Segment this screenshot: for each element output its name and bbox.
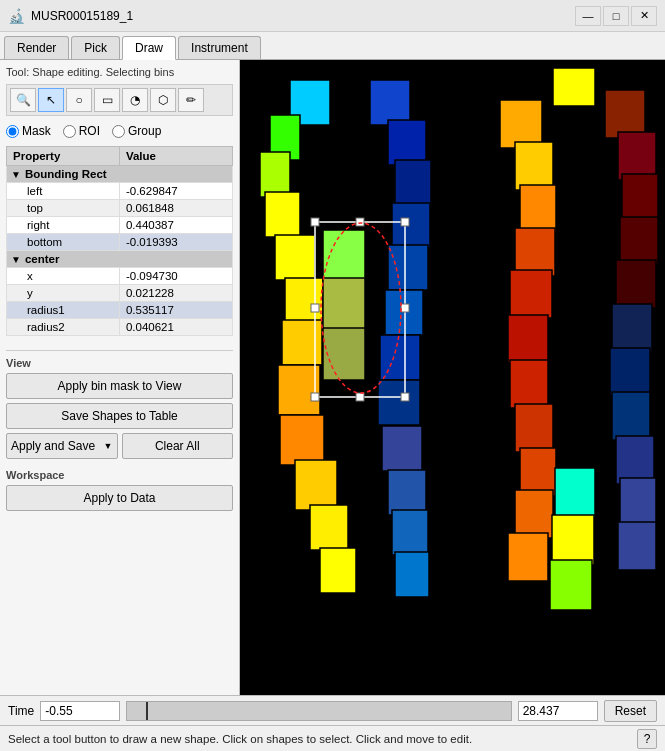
apply-save-button[interactable]: Apply and Save ▼ (6, 433, 118, 459)
window-controls: — □ ✕ (575, 6, 657, 26)
prop-x: x (7, 268, 120, 285)
table-row: y 0.021228 (7, 285, 233, 302)
bounding-rect-label: Bounding Rect (25, 168, 107, 180)
pencil-tool-button[interactable]: ✏ (178, 88, 204, 112)
center-label: center (25, 253, 60, 265)
visualization-canvas (240, 60, 665, 695)
val-y: 0.021228 (119, 285, 232, 302)
left-panel: Tool: Shape editing. Selecting bins 🔍 ↖ … (0, 60, 240, 695)
tab-pick[interactable]: Pick (71, 36, 120, 59)
prop-bottom: bottom (7, 234, 120, 251)
time-label: Time (8, 704, 34, 718)
roi-radio-label[interactable]: ROI (63, 124, 100, 138)
time-input-right[interactable] (518, 701, 598, 721)
time-slider[interactable] (126, 701, 511, 721)
magnifier-tool-button[interactable]: 🔍 (10, 88, 36, 112)
workspace-label: Workspace (6, 469, 233, 481)
prop-right: right (7, 217, 120, 234)
app-icon: 🔬 (8, 8, 25, 24)
group-radio[interactable] (112, 125, 125, 138)
table-row: x -0.094730 (7, 268, 233, 285)
mask-label: Mask (22, 124, 51, 138)
mode-radio-group: Mask ROI Group (6, 124, 233, 138)
clear-all-button[interactable]: Clear All (122, 433, 234, 459)
maximize-button[interactable]: □ (603, 6, 629, 26)
val-right: 0.440387 (119, 217, 232, 234)
val-x: -0.094730 (119, 268, 232, 285)
window-title: MUSR00015189_1 (31, 9, 575, 23)
prop-radius2: radius2 (7, 319, 120, 336)
group-radio-label[interactable]: Group (112, 124, 161, 138)
bounding-rect-header: ▼Bounding Rect (7, 166, 233, 183)
tool-label: Tool: Shape editing. Selecting bins (6, 66, 233, 78)
prop-top: top (7, 200, 120, 217)
status-bar: Select a tool button to draw a new shape… (0, 725, 665, 751)
apply-data-button[interactable]: Apply to Data (6, 485, 233, 511)
roi-label: ROI (79, 124, 100, 138)
center-header: ▼center (7, 251, 233, 268)
right-panel (240, 60, 665, 695)
status-text: Select a tool button to draw a new shape… (8, 733, 472, 745)
apply-bin-mask-button[interactable]: Apply bin mask to View (6, 373, 233, 399)
table-row: top 0.061848 (7, 200, 233, 217)
time-input-left[interactable] (40, 701, 120, 721)
poly-tool-button[interactable]: ⬡ (150, 88, 176, 112)
pointer-tool-button[interactable]: ↖ (38, 88, 64, 112)
col-value: Value (119, 147, 232, 166)
title-bar: 🔬 MUSR00015189_1 — □ ✕ (0, 0, 665, 32)
table-row: left -0.629847 (7, 183, 233, 200)
tab-draw[interactable]: Draw (122, 36, 176, 60)
close-button[interactable]: ✕ (631, 6, 657, 26)
table-row: right 0.440387 (7, 217, 233, 234)
help-button[interactable]: ? (637, 729, 657, 749)
col-property: Property (7, 147, 120, 166)
dropdown-arrow-icon: ▼ (104, 441, 113, 451)
mask-radio-label[interactable]: Mask (6, 124, 51, 138)
tab-instrument[interactable]: Instrument (178, 36, 261, 59)
val-left: -0.629847 (119, 183, 232, 200)
apply-save-label: Apply and Save (11, 439, 95, 453)
val-radius1: 0.535117 (119, 302, 232, 319)
toolbar: 🔍 ↖ ○ ▭ ◔ ⬡ ✏ (6, 84, 233, 116)
save-shapes-button[interactable]: Save Shapes to Table (6, 403, 233, 429)
view-section-label: View (6, 350, 233, 369)
prop-radius1: radius1 (7, 302, 120, 319)
group-label: Group (128, 124, 161, 138)
rect-tool-button[interactable]: ▭ (94, 88, 120, 112)
table-row: radius2 0.040621 (7, 319, 233, 336)
mask-radio[interactable] (6, 125, 19, 138)
reset-button[interactable]: Reset (604, 700, 657, 722)
bottom-bar: Time Reset (0, 695, 665, 725)
table-row: radius1 0.535117 (7, 302, 233, 319)
val-top: 0.061848 (119, 200, 232, 217)
prop-y: y (7, 285, 120, 302)
apply-save-row: Apply and Save ▼ Clear All (6, 433, 233, 459)
minimize-button[interactable]: — (575, 6, 601, 26)
roi-radio[interactable] (63, 125, 76, 138)
val-bottom: -0.019393 (119, 234, 232, 251)
table-row: bottom -0.019393 (7, 234, 233, 251)
val-radius2: 0.040621 (119, 319, 232, 336)
tabs-bar: Render Pick Draw Instrument (0, 32, 665, 60)
tab-render[interactable]: Render (4, 36, 69, 59)
ellipse-tool-button[interactable]: ○ (66, 88, 92, 112)
main-container: Render Pick Draw Instrument Tool: Shape … (0, 32, 665, 751)
properties-table: Property Value ▼Bounding Rect left -0.62… (6, 146, 233, 336)
content-area: Tool: Shape editing. Selecting bins 🔍 ↖ … (0, 60, 665, 695)
prop-left: left (7, 183, 120, 200)
sector-tool-button[interactable]: ◔ (122, 88, 148, 112)
